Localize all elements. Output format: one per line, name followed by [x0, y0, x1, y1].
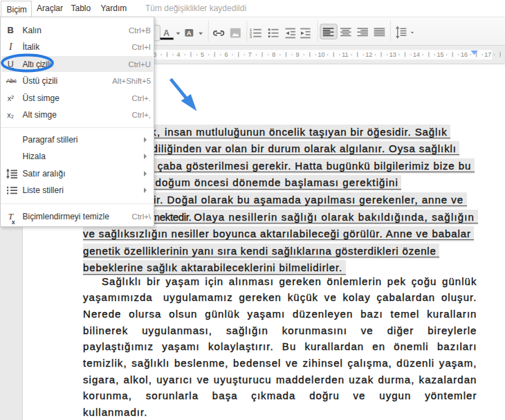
- svg-text:16: 16: [461, 51, 468, 58]
- svg-text:17: 17: [484, 51, 491, 58]
- svg-text:5: 5: [201, 51, 204, 58]
- svg-text:3: 3: [250, 35, 252, 39]
- svg-text:14: 14: [413, 51, 420, 58]
- svg-text:6: 6: [224, 51, 228, 58]
- svg-text:A: A: [163, 28, 169, 38]
- svg-text:11: 11: [342, 51, 348, 58]
- svg-text:10: 10: [318, 51, 324, 58]
- svg-text:12: 12: [365, 51, 372, 58]
- svg-text:15: 15: [437, 51, 443, 58]
- svg-text:A: A: [187, 29, 192, 37]
- svg-text:4: 4: [177, 51, 181, 58]
- svg-text:7: 7: [248, 51, 252, 58]
- svg-text:8: 8: [272, 51, 275, 58]
- svg-text:13: 13: [389, 51, 396, 58]
- svg-text:9: 9: [296, 51, 300, 58]
